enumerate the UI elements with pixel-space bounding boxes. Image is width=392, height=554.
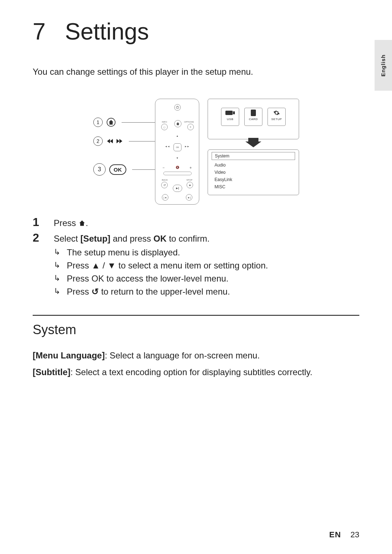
up-arrow-icon: ▲ <box>176 135 179 137</box>
play-pause-icon: ▶∥ <box>173 185 182 192</box>
usb-icon <box>221 108 239 118</box>
step-2-text: Select [Setup] and press OK to confirm. <box>54 234 359 244</box>
home-icon <box>106 118 116 127</box>
remote-diagram: 1 2 3 OK <box>33 99 359 205</box>
menu-language-definition: [Menu Language]: Select a language for o… <box>33 350 359 361</box>
remote-outline: INFO ▢ OPTIONS ≡ OK ▲ ▼ ◄◄ ►► − 🔇 + <box>155 99 199 205</box>
callout-3: 3 <box>93 163 106 176</box>
chapter-number: 7 <box>33 19 46 45</box>
remote-ok-button: OK <box>173 143 181 151</box>
language-side-label: English <box>380 54 387 76</box>
stop-button-icon: ■ <box>187 182 193 188</box>
svg-marker-4 <box>119 139 122 143</box>
subtitle-definition: [Subtitle]: Select a text encoding optio… <box>33 366 359 378</box>
callout-1: 1 <box>93 118 103 127</box>
result-arrow-icon: ↳ <box>54 287 67 297</box>
step-2-sub-1: The setup menu is displayed. <box>67 247 359 258</box>
remote-info-label: INFO <box>162 121 167 123</box>
mute-icon: 🔇 <box>176 166 179 169</box>
arrow-down-icon <box>245 141 261 147</box>
callout-2: 2 <box>93 136 103 146</box>
step-2-sub-4: Press ↺ to return to the upper-level men… <box>67 287 359 297</box>
source-screen: USB CARD SETUP <box>208 99 299 139</box>
left-arrow-icon: ◄◄ <box>165 145 170 148</box>
section-divider <box>33 315 359 316</box>
next-track-icon: ►| <box>186 194 192 201</box>
menu-item-audio: Audio <box>208 161 299 169</box>
step-number-2: 2 <box>33 231 54 245</box>
usb-tile-label: USB <box>221 118 239 121</box>
page-footer: EN 23 <box>329 530 359 539</box>
right-arrow-icon: ►► <box>184 145 189 148</box>
result-arrow-icon: ↳ <box>54 260 67 271</box>
menu-item-video: Video <box>208 169 299 176</box>
info-button-icon: ▢ <box>161 124 168 130</box>
card-icon <box>245 108 262 118</box>
back-button-icon: ↺ <box>161 182 168 188</box>
svg-marker-3 <box>117 139 119 143</box>
down-arrow-icon: ▼ <box>176 157 179 159</box>
minus-icon: − <box>163 166 165 170</box>
setup-menu-screen: System Audio Video EasyLink MISC <box>208 149 299 195</box>
down-triangle-icon: ▼ <box>107 260 116 270</box>
step-2-sub-3: Press OK to access the lower-level menu. <box>67 274 359 284</box>
menu-item-misc: MISC <box>208 183 299 190</box>
home-button-icon <box>174 120 181 127</box>
remote-options-label: OPTIONS <box>184 121 194 123</box>
intro-paragraph: You can change settings of this player i… <box>33 67 359 77</box>
remote-back-label: BACK <box>162 179 168 181</box>
menu-item-easylink: EasyLink <box>208 176 299 183</box>
card-tile-label: CARD <box>245 118 262 121</box>
step-2-sub-2: Press ▲ / ▼ to select a menu item or set… <box>67 260 359 271</box>
menu-item-system: System <box>212 152 295 160</box>
step-number-1: 1 <box>33 216 54 229</box>
footer-lang: EN <box>329 530 341 539</box>
result-arrow-icon: ↳ <box>54 274 67 284</box>
step-1-text: Press . <box>54 218 359 229</box>
svg-marker-2 <box>107 139 110 143</box>
setup-gear-icon <box>268 108 285 118</box>
chapter-title: Settings <box>65 19 149 45</box>
home-icon <box>78 219 86 229</box>
steps-list: 1 Press . 2 Select [Setup] and press OK … <box>33 216 359 297</box>
section-heading-system: System <box>33 322 359 337</box>
chapter-heading: 7 Settings <box>33 18 359 45</box>
remote-stop-label: STOP <box>187 179 192 181</box>
return-icon: ↺ <box>91 287 99 296</box>
options-button-icon: ≡ <box>187 124 194 130</box>
power-icon <box>174 104 181 111</box>
up-triangle-icon: ▲ <box>91 260 100 270</box>
footer-page-number: 23 <box>351 530 359 539</box>
setup-tile-label: SETUP <box>268 118 285 121</box>
prev-track-icon: |◄ <box>162 194 168 201</box>
plus-icon: + <box>189 166 192 170</box>
language-side-tab: English <box>375 40 392 91</box>
svg-marker-1 <box>110 139 113 143</box>
seek-icons <box>106 138 123 145</box>
result-arrow-icon: ↳ <box>54 247 67 258</box>
ok-label: OK <box>109 164 126 175</box>
